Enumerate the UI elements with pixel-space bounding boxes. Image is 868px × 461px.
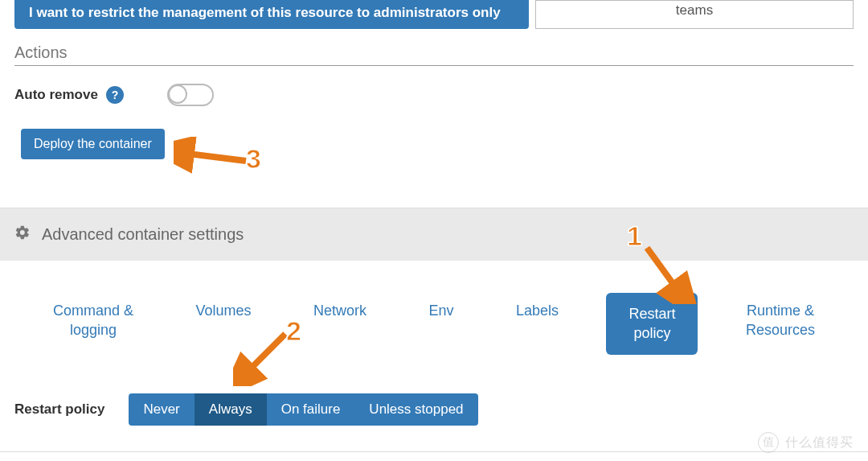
advanced-tabs: Command & logging Volumes Network Env La… (14, 293, 854, 355)
teams-box: teams (535, 0, 854, 29)
restart-option-unless-stopped[interactable]: Unless stopped (354, 393, 477, 426)
annotation-number-1: 1 (627, 220, 642, 252)
admin-restrict-text: I want to restrict the management of thi… (29, 5, 501, 20)
tab-network[interactable]: Network (299, 293, 381, 355)
gear-icon (14, 224, 31, 245)
advanced-settings-bar[interactable]: Advanced container settings (0, 208, 868, 261)
annotation-number-3: 3 (246, 143, 261, 175)
auto-remove-label: Auto remove (14, 87, 98, 103)
admin-restrict-banner[interactable]: I want to restrict the management of thi… (14, 0, 529, 29)
tab-volumes[interactable]: Volumes (182, 293, 266, 355)
restart-policy-options: Never Always On failure Unless stopped (129, 393, 477, 426)
restart-option-always[interactable]: Always (194, 393, 267, 426)
deploy-container-button[interactable]: Deploy the container (21, 129, 165, 159)
tab-runtime-resources[interactable]: Runtime & Resources (731, 293, 829, 355)
restart-policy-label: Restart policy (14, 401, 104, 418)
watermark-text: 什么值得买 (785, 434, 854, 451)
advanced-settings-heading: Advanced container settings (42, 225, 244, 244)
restart-option-never[interactable]: Never (129, 393, 194, 426)
restart-option-on-failure[interactable]: On failure (267, 393, 355, 426)
toggle-knob (168, 84, 187, 104)
watermark-icon: 值 (758, 432, 779, 453)
deploy-container-label: Deploy the container (34, 137, 152, 150)
teams-label: teams (676, 2, 713, 19)
auto-remove-toggle[interactable] (167, 84, 214, 106)
tab-command-logging[interactable]: Command & logging (39, 293, 148, 355)
tab-restart-policy[interactable]: Restart policy (606, 293, 698, 355)
annotation-number-2: 2 (286, 315, 301, 347)
help-icon[interactable]: ? (106, 86, 124, 104)
tab-env[interactable]: Env (414, 293, 468, 355)
tab-labels[interactable]: Labels (502, 293, 573, 355)
watermark: 值 什么值得买 (758, 432, 854, 453)
actions-heading: Actions (14, 43, 854, 66)
